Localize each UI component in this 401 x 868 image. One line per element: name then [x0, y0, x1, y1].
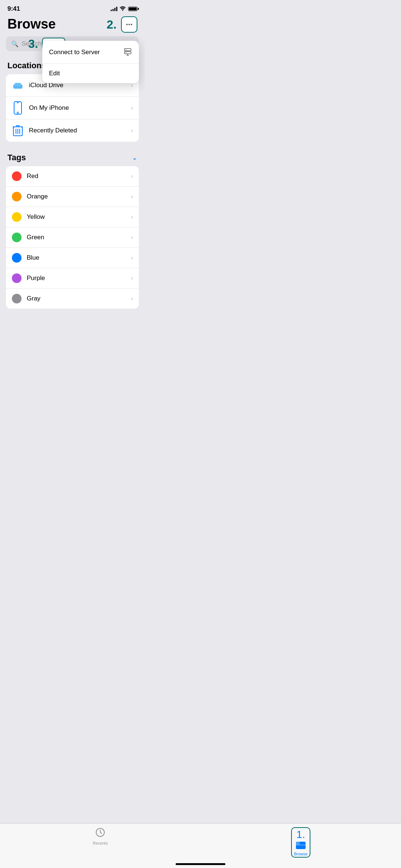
status-icons	[111, 6, 137, 12]
more-button[interactable]	[121, 16, 137, 33]
signal-icon	[111, 7, 117, 11]
status-bar: 9:41	[0, 0, 145, 15]
orange-label: Orange	[27, 193, 131, 200]
list-item-deleted[interactable]: Recently Deleted ›	[6, 119, 139, 142]
svg-rect-9	[13, 86, 23, 89]
svg-rect-19	[124, 49, 131, 51]
iphone-label: On My iPhone	[29, 104, 131, 112]
edit-label: Edit	[49, 70, 60, 77]
battery-icon	[128, 7, 137, 11]
gray-dot	[12, 294, 22, 303]
icloud-icon	[12, 79, 24, 91]
page-title: Browse	[7, 16, 56, 32]
list-item-red[interactable]: Red ›	[6, 166, 139, 187]
list-item-blue[interactable]: Blue ›	[6, 248, 139, 268]
edit-dropdown-item[interactable]: Edit	[42, 64, 139, 83]
dropdown-menu: Connect to Server Edit	[42, 41, 139, 83]
yellow-dot	[12, 212, 22, 222]
server-icon	[123, 47, 132, 57]
blue-label: Blue	[27, 254, 131, 262]
gray-label: Gray	[27, 295, 131, 302]
list-item-iphone[interactable]: On My iPhone ›	[6, 97, 139, 119]
header-right: 2.	[107, 16, 137, 33]
red-dot	[12, 171, 22, 181]
trash-icon	[12, 125, 24, 137]
tags-list: Red › Orange › Yellow › Green › Blue ›	[6, 166, 139, 309]
green-label: Green	[27, 234, 131, 241]
step2-label: 2.	[107, 18, 117, 32]
deleted-label: Recently Deleted	[29, 127, 131, 134]
list-item-yellow[interactable]: Yellow ›	[6, 207, 139, 227]
svg-point-21	[125, 49, 126, 50]
svg-point-2	[128, 24, 130, 25]
list-item-orange[interactable]: Orange ›	[6, 187, 139, 207]
header: Browse 2.	[0, 15, 145, 36]
yellow-label: Yellow	[27, 213, 131, 221]
deleted-chevron: ›	[131, 127, 133, 134]
locations-title: Locations	[7, 61, 46, 70]
svg-rect-11	[17, 102, 19, 103]
locations-list: iCloud Drive › On My iPhone ›	[6, 74, 139, 142]
tags-title: Tags	[7, 153, 26, 162]
status-time: 9:41	[7, 5, 20, 13]
svg-point-0	[122, 10, 123, 11]
purple-label: Purple	[27, 274, 131, 282]
list-item-gray[interactable]: Gray ›	[6, 289, 139, 309]
svg-point-12	[17, 112, 19, 114]
tags-section-header: Tags ⌄	[0, 149, 145, 166]
red-label: Red	[27, 172, 131, 180]
step3-label: 3.	[28, 37, 38, 51]
svg-point-3	[131, 24, 132, 25]
blue-dot	[12, 253, 22, 263]
svg-rect-10	[14, 102, 22, 114]
connect-to-server-item[interactable]: Connect to Server	[42, 41, 139, 64]
iphone-icon	[12, 102, 24, 114]
orange-dot	[12, 192, 22, 201]
list-item-green[interactable]: Green ›	[6, 227, 139, 248]
tags-chevron[interactable]: ⌄	[132, 154, 137, 162]
list-item-purple[interactable]: Purple ›	[6, 268, 139, 289]
svg-point-1	[126, 24, 128, 25]
svg-rect-20	[124, 52, 131, 54]
wifi-icon	[120, 6, 126, 12]
iphone-chevron: ›	[131, 105, 133, 111]
green-dot	[12, 233, 22, 242]
svg-point-22	[125, 52, 126, 53]
purple-dot	[12, 273, 22, 283]
search-icon: 🔍	[11, 40, 19, 47]
connect-to-server-label: Connect to Server	[49, 49, 100, 56]
